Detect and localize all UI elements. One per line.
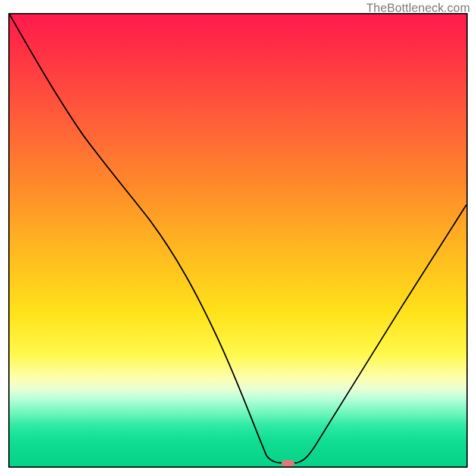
curve-svg — [10, 14, 466, 466]
minimum-marker — [281, 460, 295, 467]
bottleneck-curve — [10, 14, 466, 463]
chart-wrapper: TheBottleneck.com — [0, 0, 476, 476]
plot-area — [8, 13, 468, 468]
